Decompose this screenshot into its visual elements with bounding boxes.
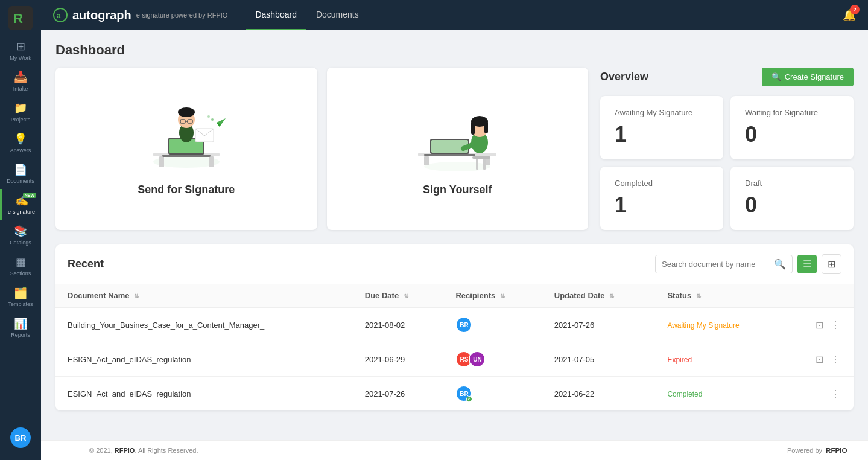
row-actions: ⋮ [797,387,841,401]
more-options-button[interactable]: ⋮ [829,318,841,332]
document-action-button[interactable]: ⊡ [814,353,825,366]
sort-icon: ⇅ [500,293,505,299]
sections-icon: ▦ [16,255,26,269]
svg-point-20 [211,118,214,121]
tab-documents[interactable]: Documents [306,0,369,31]
sign-yourself-card[interactable]: Sign Yourself [327,68,589,230]
nav-tabs: Dashboard Documents [246,0,368,31]
cell-row-actions: ⊡ ⋮ [785,308,854,342]
stat-card-completed[interactable]: Completed 1 [600,167,723,230]
cell-recipients: BR ✓ [443,377,542,411]
more-options-button[interactable]: ⋮ [829,387,841,401]
col-header-updated-date: Updated Date ⇅ [542,284,656,308]
cell-row-actions: ⋮ [785,377,854,411]
overview-title: Overview [600,71,648,83]
sidebar-item-label: Intake [13,86,28,92]
stat-value-awaiting: 1 [615,122,709,147]
sort-icon: ⇅ [404,293,408,299]
cell-status: Expired [655,342,784,377]
cell-updated-date: 2021-07-05 [542,342,656,377]
sidebar-item-intake[interactable]: 📥 Intake [0,66,41,97]
cell-due-date: 2021-08-02 [353,308,444,342]
send-for-signature-card[interactable]: Send for Signature [55,68,317,230]
new-badge: NEW [23,193,36,198]
svg-rect-27 [476,159,478,170]
overview-header: Overview 🔍 Create Signature [600,68,854,86]
more-options-button[interactable]: ⋮ [829,353,841,366]
search-box[interactable]: 🔍 [655,255,793,273]
sidebar-item-documents[interactable]: 📄 Documents [0,158,41,189]
page-title: Dashboard [55,42,854,58]
grid-view-button[interactable]: ⊞ [822,254,841,274]
document-action-button[interactable]: ⊡ [814,318,825,332]
sidebar: R ⊞ My Work 📥 Intake 📁 Projects 💡 Answer… [0,0,41,460]
logo-icon: a [53,8,68,22]
sidebar-logo: R [8,6,33,30]
svg-text:R: R [13,11,23,26]
sidebar-item-projects[interactable]: 📁 Projects [0,97,41,127]
sidebar-item-answers[interactable]: 💡 Answers [0,127,41,158]
sidebar-item-label: Reports [11,332,30,338]
cell-recipients: BR [443,308,542,342]
cell-updated-date: 2021-07-26 [542,308,656,342]
create-signature-button[interactable]: 🔍 Create Signature [762,68,854,86]
cell-recipients: RS UN [443,342,542,377]
stat-card-draft[interactable]: Draft 0 [730,167,854,230]
sidebar-item-my-work[interactable]: ⊞ My Work [0,35,41,66]
app-logo: a autograph e-signature powered by RFPIO [53,8,227,22]
stat-card-waiting[interactable]: Waiting for Signature 0 [730,96,854,159]
sidebar-item-label: Answers [10,147,31,153]
overview-section: Overview 🔍 Create Signature Awaiting My … [600,68,854,230]
tab-dashboard[interactable]: Dashboard [246,0,306,31]
svg-text:a: a [57,11,61,20]
sidebar-item-esignature[interactable]: NEW ✍️ e-signature [0,189,41,220]
sidebar-item-templates[interactable]: 🗂️ Templates [0,281,41,312]
status-badge: Completed [667,390,702,398]
intake-icon: 📥 [14,71,27,84]
send-illustration [141,101,232,174]
stat-card-awaiting[interactable]: Awaiting My Signature 1 [600,96,723,159]
sidebar-item-label: Sections [10,270,31,276]
footer-powered-by: Powered by RFPIO [787,446,856,455]
page-content: Dashboard [41,30,868,440]
svg-rect-36 [484,121,488,133]
stat-value-draft: 0 [745,193,839,218]
sign-illustration [412,101,502,174]
sidebar-item-sections[interactable]: ▦ Sections [0,251,41,281]
documents-icon: 📄 [14,163,27,176]
sidebar-item-catalogs[interactable]: 📚 Catalogs [0,220,41,251]
sidebar-item-reports[interactable]: 📊 Reports [0,312,41,343]
recent-header: Recent 🔍 ☰ ⊞ [55,244,854,284]
main-area: a autograph e-signature powered by RFPIO… [41,0,868,460]
app-tagline: e-signature powered by RFPIO [136,11,228,19]
cell-doc-name: Building_Your_Busines_Case_for_a_Content… [55,308,353,342]
cell-doc-name: ESIGN_Act_and_eIDAS_regulation [55,342,353,377]
reports-icon: 📊 [14,317,27,330]
status-badge: Awaiting My Signature [667,321,739,330]
send-card-title: Send for Signature [138,184,235,196]
search-input[interactable] [662,260,770,269]
sidebar-item-label: Templates [8,301,33,307]
sidebar-item-label: Projects [11,117,31,123]
app-name: autograph [72,8,131,22]
rfpio-logo: RFPIO [826,446,856,455]
avatar: UN [469,351,486,368]
answers-icon: 💡 [14,132,27,145]
notification-bell[interactable]: 🔔 2 [843,8,856,22]
search-icon: 🔍 [774,258,786,270]
col-header-due-date: Due Date ⇅ [353,284,444,308]
status-badge: Expired [667,356,692,364]
svg-rect-24 [424,156,429,165]
col-header-name: Document Name ⇅ [55,284,353,308]
user-avatar[interactable]: BR [10,427,31,448]
recipient-avatars: BR [455,316,530,333]
cell-status: Completed [655,377,784,411]
footer-copyright: © 2021, RFPIO. All Rights Reserved. [89,447,198,454]
svg-point-13 [178,107,195,117]
table-row: ESIGN_Act_and_eIDAS_regulation 2021-07-2… [55,377,854,411]
list-view-button[interactable]: ☰ [797,255,817,273]
svg-point-21 [207,115,210,118]
col-header-status: Status ⇅ [655,284,784,308]
footer: © 2021, RFPIO. All Rights Reserved. Powe… [41,440,868,460]
svg-text:RFPIO: RFPIO [826,446,847,454]
